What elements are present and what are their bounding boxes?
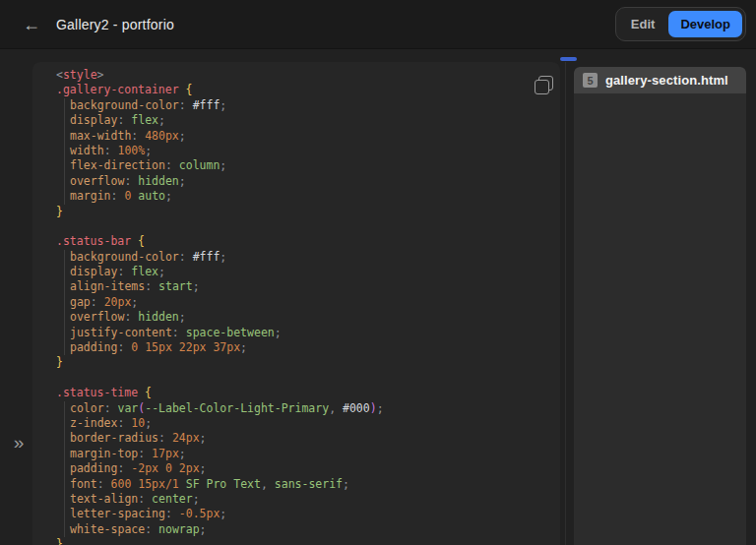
code-line: margin: 0 auto; [56, 189, 560, 204]
code-line: .status-bar { [56, 234, 560, 249]
code-line: color: var(--Label-Color-Light-Primary, … [56, 401, 560, 416]
scrollbar-track[interactable] [565, 62, 566, 545]
develop-button[interactable]: Develop [668, 11, 742, 37]
file-sidebar: 5 gallery-section.html [574, 67, 746, 545]
code-line [56, 219, 560, 234]
code-line: padding: 0 15px 22px 37px; [56, 340, 560, 355]
code-line: .status-time { [56, 386, 560, 400]
top-bar: ← Gallery2 - portforio Edit Develop [0, 0, 756, 49]
code-line: } [56, 355, 560, 370]
code-line: white-space: nowrap; [56, 522, 560, 537]
code-line: } [56, 537, 560, 545]
code-line: flex-direction: column; [56, 158, 560, 173]
double-chevron-right-icon: » [14, 432, 25, 453]
code-line: background-color: #fff; [56, 98, 560, 113]
mode-switcher: Edit Develop [615, 7, 746, 41]
code-editor[interactable]: <style>.gallery-container {background-co… [32, 62, 560, 545]
copy-button[interactable] [533, 74, 554, 95]
code-line: <style> [56, 68, 560, 83]
html5-file-icon: 5 [583, 73, 598, 88]
code-line: gap: 20px; [56, 295, 560, 310]
code-line: align-items: start; [56, 279, 560, 294]
page-title: Gallery2 - portforio [56, 17, 174, 32]
code-line: display: flex; [56, 265, 560, 279]
file-tab[interactable]: 5 gallery-section.html [574, 67, 746, 93]
code-line: } [56, 205, 560, 219]
copy-icon [535, 76, 553, 94]
code-line: border-radius: 24px; [56, 431, 560, 446]
code-line: display: flex; [56, 113, 560, 128]
code-line: letter-spacing: -0.5px; [56, 507, 560, 521]
code-line: overflow: hidden; [56, 310, 560, 325]
code-line: margin-top: 17px; [56, 447, 560, 461]
code-line: max-width: 480px; [56, 129, 560, 144]
expand-panel-button[interactable]: » [7, 430, 31, 455]
code-line [56, 371, 560, 386]
scrollbar-thumb[interactable] [560, 57, 577, 61]
code-line: width: 100%; [56, 144, 560, 158]
code-line: overflow: hidden; [56, 174, 560, 189]
code-line: z-index: 10; [56, 416, 560, 431]
code-line: .gallery-container { [56, 83, 560, 97]
edit-button[interactable]: Edit [619, 11, 667, 37]
back-button[interactable]: ← [20, 13, 43, 36]
app-window: ← Gallery2 - portforio Edit Develop » <s… [0, 0, 756, 545]
code-line: justify-content: space-between; [56, 326, 560, 340]
code-line: text-align: center; [56, 492, 560, 507]
code-line: font: 600 15px/1 SF Pro Text, sans-serif… [56, 477, 560, 492]
file-name: gallery-section.html [605, 73, 728, 88]
code-panel: <style>.gallery-container {background-co… [32, 62, 560, 545]
code-line: padding: -2px 0 2px; [56, 461, 560, 476]
back-arrow-icon: ← [23, 15, 40, 34]
code-line: background-color: #fff; [56, 250, 560, 265]
